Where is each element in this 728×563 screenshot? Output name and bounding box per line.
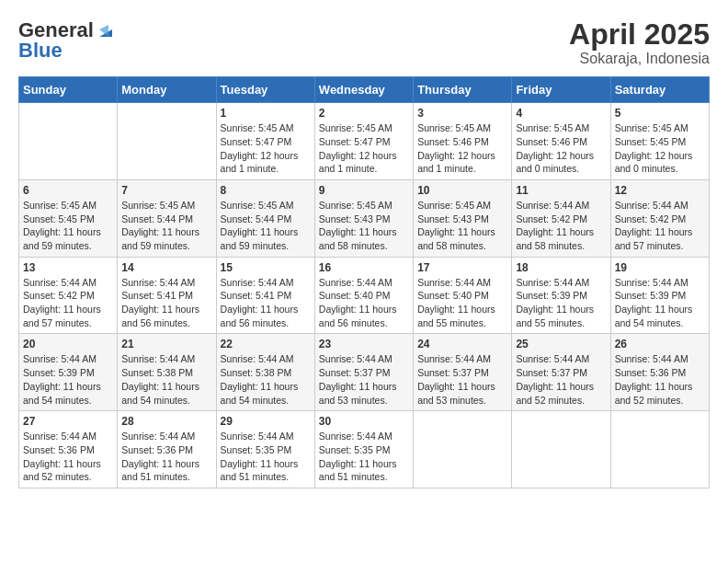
- day-number: 22: [221, 338, 311, 350]
- day-number: 25: [516, 338, 606, 350]
- day-info: Sunrise: 5:45 AM Sunset: 5:46 PM Dayligh…: [417, 121, 507, 176]
- day-number: 16: [319, 261, 409, 274]
- page-header: General Blue April 2025 Sokaraja, Indone…: [18, 18, 710, 67]
- day-info: Sunrise: 5:44 AM Sunset: 5:37 PM Dayligh…: [516, 352, 606, 407]
- column-header-sunday: Sunday: [19, 77, 118, 103]
- day-info: Sunrise: 5:44 AM Sunset: 5:39 PM Dayligh…: [615, 276, 705, 330]
- day-info: Sunrise: 5:44 AM Sunset: 5:41 PM Dayligh…: [221, 276, 311, 330]
- calendar-cell: 18Sunrise: 5:44 AM Sunset: 5:39 PM Dayli…: [512, 257, 610, 334]
- column-header-wednesday: Wednesday: [314, 77, 413, 103]
- day-number: 6: [23, 184, 113, 197]
- day-info: Sunrise: 5:44 AM Sunset: 5:40 PM Dayligh…: [417, 276, 507, 330]
- day-info: Sunrise: 5:44 AM Sunset: 5:42 PM Dayligh…: [615, 199, 705, 253]
- page-subtitle: Sokaraja, Indonesia: [569, 51, 710, 67]
- calendar-cell: 21Sunrise: 5:44 AM Sunset: 5:38 PM Dayli…: [118, 334, 216, 411]
- day-number: 24: [417, 338, 507, 350]
- calendar-cell: 15Sunrise: 5:44 AM Sunset: 5:41 PM Dayli…: [216, 257, 314, 334]
- calendar-week-row: 1Sunrise: 5:45 AM Sunset: 5:47 PM Daylig…: [19, 103, 710, 180]
- day-info: Sunrise: 5:44 AM Sunset: 5:35 PM Dayligh…: [319, 430, 409, 484]
- calendar-cell: 5Sunrise: 5:45 AM Sunset: 5:45 PM Daylig…: [610, 103, 709, 180]
- day-info: Sunrise: 5:45 AM Sunset: 5:46 PM Dayligh…: [516, 121, 606, 176]
- day-info: Sunrise: 5:44 AM Sunset: 5:36 PM Dayligh…: [121, 430, 211, 484]
- calendar-cell: 8Sunrise: 5:45 AM Sunset: 5:44 PM Daylig…: [216, 179, 314, 257]
- day-number: 10: [417, 184, 507, 197]
- logo: General Blue: [18, 18, 116, 63]
- day-number: 15: [221, 261, 311, 274]
- calendar-cell: 25Sunrise: 5:44 AM Sunset: 5:37 PM Dayli…: [512, 334, 610, 411]
- day-number: 23: [319, 338, 409, 350]
- day-number: 20: [23, 338, 113, 350]
- day-number: 8: [221, 184, 311, 197]
- calendar-header-row: SundayMondayTuesdayWednesdayThursdayFrid…: [19, 77, 710, 103]
- day-info: Sunrise: 5:44 AM Sunset: 5:38 PM Dayligh…: [221, 352, 311, 407]
- day-number: 9: [319, 184, 409, 197]
- calendar-cell: 12Sunrise: 5:44 AM Sunset: 5:42 PM Dayli…: [610, 179, 709, 257]
- page-title: April 2025: [569, 18, 710, 51]
- day-number: 7: [121, 184, 211, 197]
- calendar-week-row: 27Sunrise: 5:44 AM Sunset: 5:36 PM Dayli…: [19, 411, 710, 488]
- calendar-table: SundayMondayTuesdayWednesdayThursdayFrid…: [18, 76, 710, 488]
- calendar-week-row: 13Sunrise: 5:44 AM Sunset: 5:42 PM Dayli…: [19, 257, 710, 334]
- logo-icon: [96, 20, 116, 40]
- calendar-cell: 23Sunrise: 5:44 AM Sunset: 5:37 PM Dayli…: [314, 334, 413, 411]
- day-number: 17: [417, 261, 507, 274]
- day-info: Sunrise: 5:45 AM Sunset: 5:43 PM Dayligh…: [417, 199, 507, 253]
- calendar-cell: 20Sunrise: 5:44 AM Sunset: 5:39 PM Dayli…: [19, 334, 118, 411]
- calendar-cell: 2Sunrise: 5:45 AM Sunset: 5:47 PM Daylig…: [314, 103, 413, 180]
- calendar-cell: 1Sunrise: 5:45 AM Sunset: 5:47 PM Daylig…: [216, 103, 314, 180]
- calendar-cell: 17Sunrise: 5:44 AM Sunset: 5:40 PM Dayli…: [414, 257, 512, 334]
- calendar-cell: 16Sunrise: 5:44 AM Sunset: 5:40 PM Dayli…: [314, 257, 413, 334]
- day-number: 13: [23, 261, 113, 274]
- column-header-monday: Monday: [118, 77, 216, 103]
- calendar-cell: [610, 411, 709, 488]
- calendar-cell: 27Sunrise: 5:44 AM Sunset: 5:36 PM Dayli…: [19, 411, 118, 488]
- column-header-friday: Friday: [512, 77, 610, 103]
- calendar-cell: 24Sunrise: 5:44 AM Sunset: 5:37 PM Dayli…: [414, 334, 512, 411]
- day-info: Sunrise: 5:44 AM Sunset: 5:37 PM Dayligh…: [417, 352, 507, 407]
- day-number: 29: [221, 415, 311, 428]
- day-info: Sunrise: 5:44 AM Sunset: 5:36 PM Dayligh…: [615, 352, 705, 407]
- calendar-cell: 7Sunrise: 5:45 AM Sunset: 5:44 PM Daylig…: [118, 179, 216, 257]
- day-info: Sunrise: 5:44 AM Sunset: 5:37 PM Dayligh…: [319, 352, 409, 407]
- title-area: April 2025 Sokaraja, Indonesia: [569, 18, 710, 67]
- day-info: Sunrise: 5:45 AM Sunset: 5:45 PM Dayligh…: [615, 121, 705, 176]
- day-info: Sunrise: 5:45 AM Sunset: 5:47 PM Dayligh…: [319, 121, 409, 176]
- day-info: Sunrise: 5:44 AM Sunset: 5:38 PM Dayligh…: [121, 352, 211, 407]
- day-info: Sunrise: 5:45 AM Sunset: 5:45 PM Dayligh…: [23, 199, 113, 253]
- day-number: 27: [23, 415, 113, 428]
- day-info: Sunrise: 5:44 AM Sunset: 5:39 PM Dayligh…: [23, 352, 113, 407]
- column-header-tuesday: Tuesday: [216, 77, 314, 103]
- day-number: 1: [221, 107, 311, 120]
- day-info: Sunrise: 5:44 AM Sunset: 5:42 PM Dayligh…: [23, 276, 113, 330]
- logo-blue: Blue: [18, 39, 63, 63]
- day-number: 21: [121, 338, 211, 350]
- calendar-cell: [414, 411, 512, 488]
- calendar-cell: 10Sunrise: 5:45 AM Sunset: 5:43 PM Dayli…: [414, 179, 512, 257]
- column-header-thursday: Thursday: [414, 77, 512, 103]
- calendar-cell: [19, 103, 118, 180]
- calendar-cell: 30Sunrise: 5:44 AM Sunset: 5:35 PM Dayli…: [314, 411, 413, 488]
- calendar-cell: [512, 411, 610, 488]
- calendar-week-row: 6Sunrise: 5:45 AM Sunset: 5:45 PM Daylig…: [19, 179, 710, 257]
- day-info: Sunrise: 5:45 AM Sunset: 5:44 PM Dayligh…: [121, 199, 211, 253]
- day-number: 30: [319, 415, 409, 428]
- calendar-cell: 22Sunrise: 5:44 AM Sunset: 5:38 PM Dayli…: [216, 334, 314, 411]
- day-number: 4: [516, 107, 606, 120]
- calendar-cell: 3Sunrise: 5:45 AM Sunset: 5:46 PM Daylig…: [414, 103, 512, 180]
- day-number: 3: [417, 107, 507, 120]
- day-number: 12: [615, 184, 705, 197]
- calendar-cell: 14Sunrise: 5:44 AM Sunset: 5:41 PM Dayli…: [118, 257, 216, 334]
- calendar-week-row: 20Sunrise: 5:44 AM Sunset: 5:39 PM Dayli…: [19, 334, 710, 411]
- day-number: 28: [121, 415, 211, 428]
- day-number: 14: [121, 261, 211, 274]
- day-number: 19: [615, 261, 705, 274]
- calendar-cell: 6Sunrise: 5:45 AM Sunset: 5:45 PM Daylig…: [19, 179, 118, 257]
- day-info: Sunrise: 5:45 AM Sunset: 5:43 PM Dayligh…: [319, 199, 409, 253]
- day-info: Sunrise: 5:44 AM Sunset: 5:35 PM Dayligh…: [221, 430, 311, 484]
- day-info: Sunrise: 5:44 AM Sunset: 5:36 PM Dayligh…: [23, 430, 113, 484]
- day-info: Sunrise: 5:45 AM Sunset: 5:47 PM Dayligh…: [221, 121, 311, 176]
- calendar-cell: 9Sunrise: 5:45 AM Sunset: 5:43 PM Daylig…: [314, 179, 413, 257]
- day-info: Sunrise: 5:44 AM Sunset: 5:39 PM Dayligh…: [516, 276, 606, 330]
- day-number: 5: [615, 107, 705, 120]
- calendar-cell: 29Sunrise: 5:44 AM Sunset: 5:35 PM Dayli…: [216, 411, 314, 488]
